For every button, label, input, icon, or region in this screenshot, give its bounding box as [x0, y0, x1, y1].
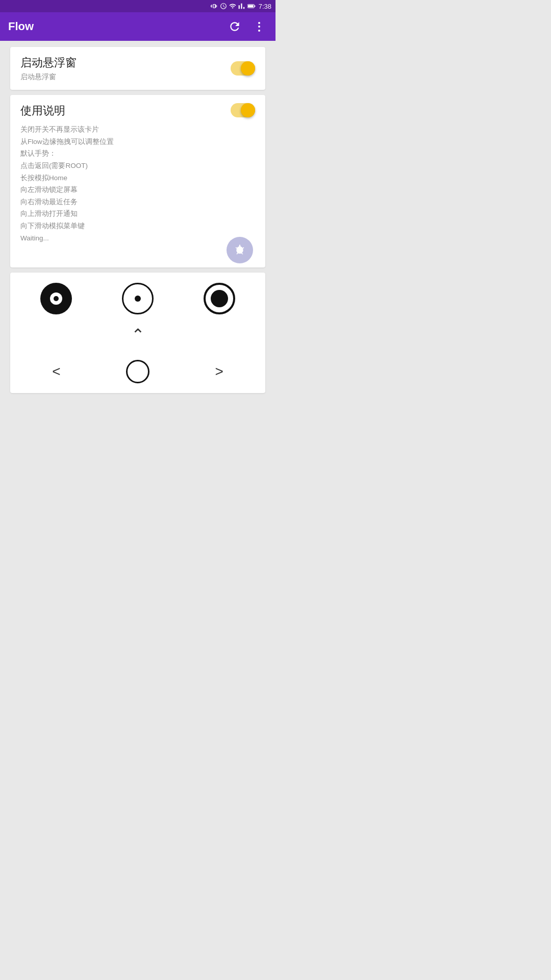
- aperture-icon: [232, 242, 247, 258]
- nav-forward-button[interactable]: >: [207, 359, 231, 384]
- refresh-button[interactable]: [227, 18, 243, 35]
- instruction-line-8: 向上滑动打开通知: [20, 208, 255, 220]
- nav-circle-3[interactable]: [204, 283, 235, 314]
- status-bar: 7:38: [0, 0, 276, 12]
- instructions-body: 关闭开关不再显示该卡片 从Flow边缘拖拽可以调整位置 默认手势： 点击返回(需…: [20, 124, 255, 244]
- instruction-line-2: 从Flow边缘拖拽可以调整位置: [20, 136, 255, 148]
- instruction-line-7: 向右滑动最近任务: [20, 196, 255, 208]
- more-options-icon: [258, 22, 260, 32]
- svg-rect-1: [254, 6, 255, 7]
- refresh-icon: [228, 20, 241, 33]
- app-title: Flow: [8, 20, 34, 33]
- instructions-toggle[interactable]: [231, 103, 255, 117]
- time-display: 7:38: [259, 3, 271, 10]
- instructions-card: 使用说明 关闭开关不再显示该卡片 从Flow边缘拖拽可以调整位置 默认手势： 点…: [10, 95, 265, 267]
- instruction-line-5: 长按模拟Home: [20, 172, 255, 184]
- floating-window-subtitle: 启动悬浮窗: [20, 72, 77, 82]
- instructions-title: 使用说明: [20, 103, 255, 118]
- instruction-line-3: 默认手势：: [20, 148, 255, 160]
- instruction-line-9: 向下滑动模拟菜单键: [20, 220, 255, 232]
- nav-chevron-row: ⌃: [15, 327, 260, 343]
- nav-circle-1[interactable]: [40, 283, 72, 314]
- nav-bottom-row: < >: [15, 355, 260, 388]
- instruction-line-4: 点击返回(需要ROOT): [20, 160, 255, 172]
- nav-circles-row: [15, 283, 260, 314]
- nav-circle-2[interactable]: [122, 283, 154, 314]
- status-icons: 7:38: [211, 3, 271, 10]
- navigation-card: ⌃ < >: [10, 273, 265, 393]
- instruction-line-1: 关闭开关不再显示该卡片: [20, 124, 255, 136]
- nav-home-button[interactable]: [126, 360, 149, 383]
- app-bar-actions: [227, 18, 267, 35]
- floating-window-toggle[interactable]: [231, 61, 255, 76]
- svg-rect-2: [248, 5, 254, 8]
- floating-window-title: 启动悬浮窗: [20, 55, 77, 70]
- chevron-up-icon[interactable]: ⌃: [131, 327, 145, 343]
- floating-window-label-group: 启动悬浮窗 启动悬浮窗: [20, 55, 77, 82]
- instruction-line-6: 向左滑动锁定屏幕: [20, 184, 255, 196]
- main-content: 启动悬浮窗 启动悬浮窗 使用说明 关闭开关不再显示该卡片 从Flow边缘拖拽可以…: [0, 41, 276, 399]
- more-options-button[interactable]: [251, 18, 267, 35]
- floating-window-card: 启动悬浮窗 启动悬浮窗: [10, 47, 265, 90]
- instruction-line-10: Waiting...: [20, 232, 255, 244]
- toggle-thumb-2: [241, 103, 255, 117]
- app-bar: Flow: [0, 12, 276, 41]
- toggle-thumb-1: [241, 61, 255, 76]
- nav-back-button[interactable]: <: [44, 359, 68, 384]
- camera-fab-button[interactable]: [227, 237, 253, 263]
